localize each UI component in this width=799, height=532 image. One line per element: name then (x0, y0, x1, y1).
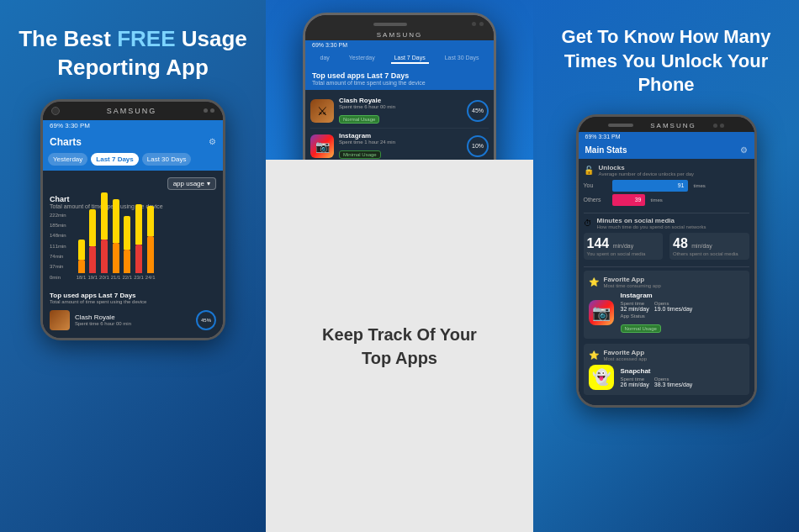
bar-red (101, 240, 108, 273)
status-bar: 69% 3:30 PM (43, 120, 223, 131)
tab-yesterday[interactable]: Yesterday (48, 153, 87, 166)
middle-panel: SAMSUNG 69% 3:30 PM day Yesterday Last 7… (266, 0, 533, 532)
bar-yellow (78, 240, 85, 260)
left-panel: The Best FREE UsageReporting App SAMSUNG… (0, 0, 266, 532)
right-cameras (713, 124, 724, 128)
fav-content: 📷 Instagram Spent time 32 min/day Opens … (589, 292, 744, 334)
bar-yellow (89, 209, 96, 246)
instagram-icon: 📷 (310, 134, 334, 158)
list-item: 📷 Instagram Spent time 1 hour 24 min Min… (310, 129, 489, 164)
tab-last30[interactable]: Last 30 Days (142, 153, 192, 166)
bar-red (135, 245, 142, 273)
bar-group-2: 19/1 (87, 209, 98, 280)
bar-yellow (101, 192, 108, 240)
stats-area: 🔓 Unlocks Average number of device unloc… (579, 159, 754, 405)
divider (584, 213, 749, 213)
speaker-grille (373, 23, 407, 26)
bar-orange (78, 260, 85, 273)
star-icon: ⭐ (589, 277, 599, 287)
bar-yellow (147, 206, 154, 236)
bar-orange (147, 236, 154, 273)
list-item: Clash Royale Spent time 6 hour 00 min 45… (50, 308, 216, 333)
list-item: ⚔ Clash Royale Spent time 6 hour 00 min … (310, 93, 489, 129)
unlock-bars: You 91 times Others 39 times (584, 180, 749, 206)
minimal-usage-badge: Minimal Usage (339, 150, 381, 159)
dropdown-row: app usage ▾ (50, 177, 216, 190)
clash-icon: ⚔ (310, 99, 334, 123)
bar-chart-container: 222min 185min 148min 111min 74min 37min … (50, 213, 216, 280)
right-panel: Get To Know How Many Times You Unlock Yo… (533, 0, 799, 532)
app-status-badge: Normal Usage (621, 324, 661, 333)
bar-group-7: 24/1 (146, 206, 156, 280)
bar-red (89, 246, 96, 273)
camera-sensors (204, 108, 214, 113)
normal-usage-badge: Normal Usage (339, 115, 379, 124)
front-camera-icon (51, 107, 60, 115)
left-title: The Best FREE UsageReporting App (19, 25, 247, 82)
fav-app-section-1: ⭐ Favorite App Most time consuming app 📷… (584, 271, 749, 339)
social-media-row: 144 min/day You spent on social media 48… (584, 233, 749, 260)
right-title: Get To Know How Many Times You Unlock Yo… (550, 25, 782, 97)
right-phone-top: SAMSUNG (579, 117, 754, 132)
sensor-dot (204, 108, 208, 113)
app-list-mini: Top used apps Last 7 Days Total amount o… (43, 287, 223, 338)
cam2 (720, 124, 724, 128)
unlock-bar-you: You 91 times (584, 180, 749, 192)
snapchat-icon: 👻 (589, 365, 614, 390)
you-bar-fill: 91 (612, 180, 688, 192)
bar-group-3: 20/1 (99, 192, 109, 280)
social-section: ⏱ Minutes on social media How much time … (584, 217, 749, 260)
cam1 (713, 124, 717, 128)
chart-title: Chart Total amount of time spent using t… (50, 195, 216, 209)
tab-day[interactable]: day (317, 53, 333, 64)
bars-area: 18/1 19/1 20/1 (73, 213, 216, 280)
bar-yellow (135, 204, 142, 245)
middle-tagline: Keep Track Of Your Top Apps (322, 323, 477, 370)
divider (584, 266, 749, 267)
gear-icon[interactable]: ⚙ (740, 145, 748, 155)
chart-area: app usage ▾ Chart Total amount of time s… (43, 171, 223, 287)
cam-dot-2 (479, 22, 484, 26)
middle-phone-top (305, 15, 494, 29)
bar-orange (113, 243, 119, 273)
gear-icon[interactable]: ⚙ (209, 137, 216, 146)
unlock-bar-others: Others 39 times (584, 194, 749, 206)
tab-last7[interactable]: Last 7 Days (391, 53, 429, 64)
tab-row: Yesterday Last 7 Days Last 30 Days (43, 153, 223, 171)
right-app-header: Main Stats ⚙ (579, 141, 754, 159)
pct-circle: 45% (196, 310, 216, 330)
tab-last7[interactable]: Last 7 Days (91, 153, 138, 166)
fav-app-icon: 📷 (589, 300, 614, 325)
screen-header: Top used apps Last 7 Days Total amount o… (305, 67, 494, 90)
bar-group-6: 23/1 (134, 204, 144, 280)
star-icon-2: ⭐ (589, 350, 599, 360)
pct-circle: 10% (467, 135, 489, 157)
status-bar-right: 69% 3:31 PM (579, 132, 754, 141)
bar-orange (124, 250, 130, 273)
cam-dot-1 (472, 22, 476, 26)
left-phone-mockup: SAMSUNG 69% 3:30 PM Charts ⚙ Yesterday L… (40, 99, 225, 340)
others-bar-fill: 39 (612, 194, 645, 206)
chevron-down-icon: ▾ (207, 180, 210, 187)
right-speaker (608, 124, 633, 127)
tab-last30[interactable]: Last 30 Days (442, 53, 483, 64)
left-phone-top: SAMSUNG (43, 102, 223, 120)
fav-content-2: 👻 Snapchat Spent time 26 min/day Opens 3… (589, 365, 744, 390)
app-usage-dropdown[interactable]: app usage ▾ (167, 177, 216, 190)
speaker-area (315, 23, 465, 26)
fav-app-section-2: ⭐ Favorite App Most accessed app 👻 Snapc… (584, 344, 749, 395)
camera-row (472, 22, 484, 26)
right-phone-mockup: SAMSUNG 69% 3:31 PM Main Stats ⚙ 🔓 Unloc… (576, 114, 757, 408)
bar-yellow (124, 216, 130, 250)
bar-group-5: 22/1 (122, 216, 132, 280)
tabs-top: day Yesterday Last 7 Days Last 30 Days (305, 50, 494, 67)
pct-circle: 45% (467, 100, 489, 122)
social-you: 144 min/day You spent on social media (584, 233, 664, 260)
y-axis: 222min 185min 148min 111min 74min 37min … (50, 213, 66, 280)
middle-bottom: Keep Track Of Your Top Apps (266, 160, 533, 532)
status-bar-mid: 69% 3:30 PM (305, 40, 494, 50)
middle-top: SAMSUNG 69% 3:30 PM day Yesterday Last 7… (266, 0, 533, 160)
tab-yesterday[interactable]: Yesterday (346, 53, 378, 64)
social-others: 48 min/day Others spent on social media (669, 233, 749, 260)
bar-group-4: 21/1 (111, 199, 121, 280)
